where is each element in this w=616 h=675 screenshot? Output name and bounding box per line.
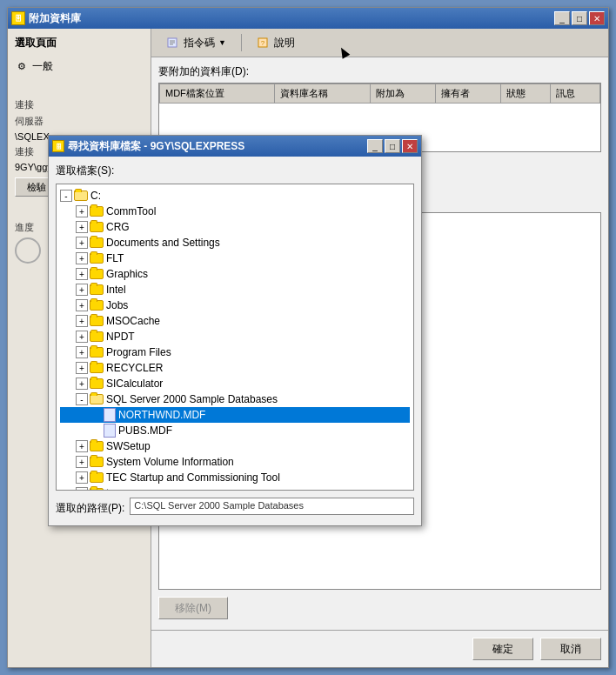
tree-item[interactable]: +MSOCache — [60, 313, 410, 329]
tree-item[interactable]: +Program Files — [60, 344, 410, 360]
tree-item[interactable]: -SQL Server 2000 Sample Databases — [60, 391, 410, 407]
confirm-button[interactable]: 確定 — [472, 638, 533, 660]
tree-item-label: Intel — [106, 284, 126, 296]
folder-icon — [90, 316, 104, 326]
col-header-owner: 擁有者 — [436, 84, 501, 104]
tree-item[interactable]: +TEC Startup and Commissioning Tool — [60, 470, 410, 485]
tree-toggle[interactable]: + — [76, 487, 88, 491]
command-btn-label: 指令碼 — [184, 36, 215, 50]
tree-item[interactable]: +NPDT — [60, 329, 410, 344]
folder-icon — [90, 206, 104, 217]
tree-toggle[interactable]: + — [76, 315, 88, 327]
tree-item[interactable]: +Documents and Settings — [60, 235, 410, 251]
tree-item[interactable]: +FLT — [60, 251, 410, 266]
tree-item[interactable]: +CRG — [60, 219, 410, 235]
folder-icon — [90, 284, 104, 295]
dialog-minimize-button[interactable]: _ — [367, 139, 383, 153]
tree-item-label: NORTHWND.MDF — [118, 409, 205, 421]
folder-icon — [90, 300, 104, 311]
tree-toggle[interactable]: + — [76, 299, 88, 311]
col-header-message: 訊息 — [550, 84, 599, 104]
progress-circle — [15, 237, 41, 264]
folder-icon — [90, 363, 104, 373]
tree-item[interactable]: +CommTool — [60, 204, 410, 219]
connection-label: 連接 — [15, 98, 144, 111]
tree-toggle[interactable]: + — [76, 456, 88, 468]
dialog-title: 尋找資料庫檔案 - 9GY\SQLEXPRESS — [68, 139, 244, 154]
path-label: 選取的路徑(P): — [56, 501, 124, 516]
tree-item[interactable]: +System Volume Information — [60, 454, 410, 470]
dialog-titlebar: 🗄 尋找資料庫檔案 - 9GY\SQLEXPRESS _ □ ✕ — [49, 136, 421, 157]
remove-bottom-button[interactable]: 移除(M) — [158, 597, 228, 619]
folder-icon — [90, 222, 104, 232]
add-db-label: 要附加的資料庫(D): — [158, 64, 601, 79]
tree-item-label: NPDT — [106, 331, 135, 343]
tree-item[interactable]: +Intel — [60, 282, 410, 297]
folder-icon — [90, 394, 104, 404]
tree-toggle[interactable]: + — [76, 284, 88, 296]
tree-item-label: Jobs — [106, 299, 128, 311]
bottom-buttons: 確定 取消 — [151, 630, 608, 667]
maximize-button[interactable]: □ — [572, 11, 587, 25]
tree-item[interactable]: +temp — [60, 485, 410, 491]
folder-icon — [90, 269, 104, 279]
help-button[interactable]: ? 說明 — [249, 32, 303, 53]
tree-item[interactable]: +Jobs — [60, 297, 410, 313]
tree-item[interactable]: +SICalculator — [60, 376, 410, 391]
tree-item[interactable]: NORTHWND.MDF — [60, 407, 410, 423]
command-button[interactable]: 指令碼 ▼ — [158, 32, 234, 53]
dialog-maximize-button[interactable]: □ — [385, 139, 400, 153]
folder-icon — [90, 457, 104, 467]
tree-item[interactable]: +SWSetup — [60, 438, 410, 454]
folder-icon — [90, 347, 104, 358]
col-header-mdf: MDF檔案位置 — [160, 84, 275, 104]
toolbar-separator — [241, 34, 242, 51]
server-label: 伺服器 — [15, 115, 144, 128]
tree-toggle[interactable]: + — [76, 237, 88, 249]
tree-item[interactable]: -C: — [60, 188, 410, 204]
main-window-controls: _ □ ✕ — [554, 11, 605, 25]
tree-toggle[interactable]: + — [76, 378, 88, 390]
tree-toggle[interactable]: + — [76, 346, 88, 358]
folder-icon — [90, 488, 104, 491]
tree-item-label: CommTool — [106, 205, 156, 217]
command-icon — [166, 36, 180, 50]
tree-toggle[interactable]: + — [76, 252, 88, 264]
dialog-icon: 🗄 — [52, 140, 64, 152]
minimize-button[interactable]: _ — [554, 11, 570, 25]
dialog-close-button[interactable]: ✕ — [402, 139, 418, 153]
main-titlebar: 🗄 附加資料庫 _ □ ✕ — [8, 8, 608, 29]
dropdown-arrow: ▼ — [218, 38, 226, 47]
svg-text:?: ? — [261, 39, 265, 47]
col-header-status: 狀態 — [501, 84, 551, 104]
db-table: MDF檔案位置 資料庫名稱 附加為 擁有者 狀態 訊息 — [159, 84, 600, 104]
file-tree[interactable]: -C:+CommTool+CRG+Documents and Settings+… — [56, 184, 414, 491]
tree-toggle[interactable]: + — [76, 362, 88, 374]
general-icon: ⚙ — [15, 60, 29, 74]
tree-item[interactable]: PUBS.MDF — [60, 423, 410, 438]
tree-toggle[interactable]: + — [76, 205, 88, 217]
remove-bottom-area: 移除(M) — [158, 597, 601, 619]
folder-icon — [90, 331, 104, 342]
tree-item[interactable]: +RECYCLER — [60, 360, 410, 376]
main-window-icon: 🗄 — [11, 11, 25, 25]
tree-item[interactable]: +Graphics — [60, 266, 410, 282]
col-header-attach: 附加為 — [371, 84, 436, 104]
file-icon — [104, 424, 116, 438]
tree-toggle[interactable]: - — [76, 393, 88, 405]
close-button[interactable]: ✕ — [589, 11, 605, 25]
tree-toggle[interactable]: + — [76, 471, 88, 484]
tree-toggle[interactable]: + — [76, 440, 88, 452]
tree-toggle[interactable]: + — [76, 268, 88, 280]
dialog-controls: _ □ ✕ — [367, 139, 418, 153]
tree-toggle[interactable]: + — [76, 331, 88, 343]
tree-item-label: Documents and Settings — [106, 237, 220, 249]
sidebar-item-general[interactable]: ⚙ 一般 — [8, 56, 151, 77]
help-icon: ? — [257, 36, 271, 50]
main-titlebar-left: 🗄 附加資料庫 — [11, 11, 81, 26]
tree-toggle[interactable]: + — [76, 221, 88, 233]
path-value: C:\SQL Server 2000 Sample Databases — [130, 498, 414, 515]
cancel-button[interactable]: 取消 — [540, 638, 601, 660]
dialog-titlebar-left: 🗄 尋找資料庫檔案 - 9GY\SQLEXPRESS — [52, 139, 244, 154]
tree-toggle[interactable]: - — [60, 190, 72, 202]
